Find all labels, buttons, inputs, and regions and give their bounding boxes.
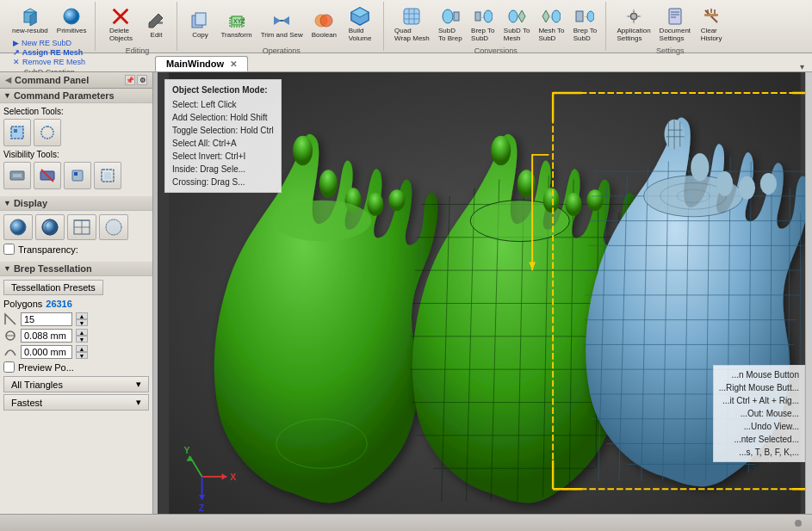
- param3-up[interactable]: ▲: [76, 345, 88, 352]
- hint-4: ...Out: Mouse...: [719, 407, 799, 420]
- build-volume-button[interactable]: BuildVolume: [342, 3, 378, 45]
- display-buttons-row: [3, 214, 149, 240]
- param2-spin: ▲ ▼: [76, 329, 88, 343]
- info-line-1: Select: Left Click: [172, 98, 274, 111]
- visibility-tools-label: Visibility Tools:: [3, 150, 149, 159]
- quad-wrap-label: QuadWrap Mesh: [394, 27, 430, 42]
- show-hidden-button[interactable]: [94, 162, 121, 189]
- toolbar-group-editing: DeleteObjects Edit Editing: [97, 2, 177, 51]
- info-line-4: Select All: Ctrl+A: [172, 137, 274, 150]
- param3-down[interactable]: ▼: [76, 352, 88, 359]
- svg-rect-58: [74, 172, 77, 176]
- box-button[interactable]: new-resubd: [9, 3, 52, 37]
- transparency-row: Transparency:: [3, 244, 149, 255]
- svg-text:X: X: [230, 472, 236, 482]
- transparency-checkbox[interactable]: [3, 244, 15, 255]
- edit-button[interactable]: Edit: [140, 8, 171, 41]
- param3-input[interactable]: [21, 345, 72, 359]
- hint-3: ...it Ctrl + Alt + Rig...: [719, 394, 799, 407]
- fastest-button[interactable]: Fastest ▾: [3, 394, 149, 411]
- param1-row: ▲ ▼: [3, 312, 149, 326]
- box-select-button[interactable]: [3, 119, 31, 146]
- mesh-to-subd-button[interactable]: → Mesh ToSubD: [535, 3, 567, 45]
- conversions-row: QuadWrap Mesh → SubDTo Brep →: [391, 3, 600, 45]
- doc-settings-button[interactable]: DocumentSettings: [656, 3, 694, 45]
- hint-1: ...n Mouse Button: [719, 368, 799, 381]
- hint-2: ...Right Mouse Butt...: [719, 381, 799, 394]
- svg-marker-14: [274, 16, 281, 25]
- info-line-2: Add Selection: Hold Shift: [172, 111, 274, 124]
- subd-to-brep-button[interactable]: → SubDTo Brep: [435, 3, 466, 45]
- param2-input[interactable]: [21, 329, 72, 343]
- remove-re-mesh-button[interactable]: ✕ Remove RE Mesh: [13, 58, 85, 66]
- tessellation-presets-button[interactable]: Tessellation Presets: [3, 280, 103, 295]
- svg-point-143: [716, 171, 733, 196]
- wireframe-button[interactable]: [67, 214, 96, 240]
- svg-point-77: [319, 170, 338, 198]
- svg-point-144: [739, 176, 755, 200]
- param1-down[interactable]: ▼: [76, 319, 88, 326]
- viewport[interactable]: Object Selection Mode: Select: Left Clic…: [158, 72, 812, 514]
- copy-button[interactable]: Copy: [184, 8, 215, 41]
- hint-5: ...Undo View...: [719, 420, 799, 433]
- param2-down[interactable]: ▼: [76, 336, 88, 343]
- primitives-button[interactable]: Primitives: [53, 3, 90, 37]
- all-triangles-button[interactable]: All Triangles ▾: [3, 376, 149, 392]
- tab-close-button[interactable]: ✕: [230, 59, 237, 69]
- settings-row: ApplicationSettings DocumentSettings: [613, 3, 727, 45]
- transform-label: Transform: [220, 31, 251, 39]
- svg-rect-9: [195, 13, 206, 25]
- svg-point-3: [64, 9, 79, 24]
- boolean-label: Boolean: [312, 31, 337, 39]
- brep-to-subd2-button[interactable]: → Brep ToSubD: [569, 3, 600, 45]
- preview-checkbox[interactable]: [3, 361, 15, 373]
- brep-to-subd-button[interactable]: → Brep ToSubD: [468, 3, 499, 45]
- boolean-button[interactable]: Boolean: [308, 8, 340, 41]
- panel-settings-button[interactable]: ⚙: [137, 75, 147, 85]
- new-resubd-button[interactable]: ▶ New RE SubD: [13, 39, 71, 47]
- clear-history-label: ClearHistory: [701, 27, 722, 42]
- toolbar-group-settings: ApplicationSettings DocumentSettings: [608, 2, 732, 51]
- lasso-select-button[interactable]: [34, 119, 61, 146]
- main-window-tab[interactable]: MainWindow ✕: [155, 56, 248, 71]
- display-section[interactable]: ▼ Display: [0, 196, 152, 211]
- doc-settings-label: DocumentSettings: [660, 27, 691, 42]
- shaded-edges-button[interactable]: [35, 214, 65, 240]
- command-params-content: Selection Tools: Visibility Tools:: [0, 103, 152, 196]
- command-panel-title: Command Panel: [15, 75, 89, 85]
- app-settings-button[interactable]: ApplicationSettings: [613, 3, 654, 45]
- svg-marker-15: [282, 16, 289, 25]
- ghosted-button[interactable]: [99, 214, 128, 240]
- tab-dropdown-button[interactable]: ▾: [800, 62, 812, 71]
- subd-to-mesh-button[interactable]: → SubD ToMesh: [500, 3, 534, 45]
- assign-re-mesh-button[interactable]: ↗ Assign RE Mesh: [13, 48, 83, 57]
- status-indicator: [795, 520, 802, 527]
- transform-button[interactable]: XYZ Transform: [217, 8, 255, 41]
- viewport-scrollbar[interactable]: [805, 72, 812, 514]
- delete-objects-button[interactable]: DeleteObjects: [102, 3, 139, 45]
- info-title: Object Selection Mode:: [172, 83, 274, 96]
- subd-to-mesh-label: SubD ToMesh: [504, 27, 530, 42]
- hint-7: ...s, T, B, F, K,...: [719, 446, 799, 459]
- command-params-section[interactable]: ▼ Command Parameters: [0, 89, 152, 103]
- shaded-button[interactable]: [3, 214, 33, 240]
- param2-up[interactable]: ▲: [76, 329, 88, 336]
- polygons-label: Polygons: [3, 299, 42, 309]
- svg-point-62: [10, 219, 26, 235]
- quad-wrap-mesh-button[interactable]: QuadWrap Mesh: [391, 3, 433, 45]
- box-label: new-resubd: [12, 27, 48, 34]
- param1-input[interactable]: [21, 312, 72, 326]
- hide-selected-button[interactable]: [34, 162, 61, 189]
- svg-marker-34: [542, 10, 549, 22]
- svg-point-30: [484, 10, 493, 22]
- brep-tessellation-section[interactable]: ▼ Brep Tessellation: [0, 262, 152, 276]
- panel-pin-button[interactable]: 📌: [125, 75, 135, 85]
- clear-history-button[interactable]: ClearHistory: [696, 3, 727, 45]
- all-triangles-arrow: ▾: [136, 379, 141, 390]
- selection-tools-label: Selection Tools:: [3, 107, 149, 116]
- show-all-button[interactable]: [3, 162, 31, 189]
- param1-up[interactable]: ▲: [76, 312, 88, 319]
- conversions-label: Conversions: [474, 45, 518, 55]
- isolate-selected-button[interactable]: [64, 162, 91, 189]
- trim-sew-button[interactable]: Trim and Sew: [257, 8, 307, 41]
